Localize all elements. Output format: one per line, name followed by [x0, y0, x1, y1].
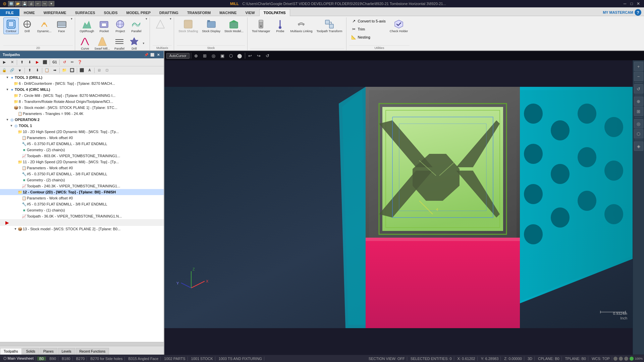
tb2-arrow[interactable]: ➡ [51, 67, 58, 74]
view-1001[interactable]: 1001 STOCK [189, 357, 215, 361]
view-b315[interactable]: B315 Angled Face [126, 357, 161, 361]
rs-plus-btn[interactable]: + [634, 62, 643, 71]
drill-3d-btn[interactable]: Drill [127, 35, 141, 50]
tab-drafting[interactable]: DRAFTING [155, 9, 183, 16]
horizontal-scrollbar[interactable] [0, 342, 164, 346]
vp-icon4[interactable]: ▣ [219, 52, 226, 59]
rs-rotate-btn[interactable]: ↺ [634, 84, 643, 94]
check-holder-btn[interactable]: Check Holder [388, 17, 410, 34]
rs-hex-btn[interactable]: ⬡ [634, 129, 643, 138]
multiaxis-placeholder[interactable] [153, 17, 168, 31]
tree-item[interactable]: ■ Geometry - (2) chain(s) [0, 177, 164, 183]
2d-dropdown[interactable]: ▼ [70, 17, 73, 20]
tree-item[interactable]: ▼ ● TOOL 3 (DRILL) [0, 74, 164, 80]
tab-surfaces[interactable]: SURFACES [71, 9, 100, 16]
tree-area[interactable]: ▼ ● TOOL 3 (DRILL) 📁 6 - Drill/Counterbo… [0, 74, 164, 342]
tb2-link[interactable]: 🔗 [8, 67, 16, 74]
tree-item[interactable]: 📁 6 - Drill/Counterbore - [WCS: Top] - [… [0, 80, 164, 86]
tool-manager-btn[interactable]: Tool Manager [250, 17, 272, 34]
tree-item[interactable]: ▼ ◎ TOOL 1 [0, 123, 164, 129]
tree-item[interactable]: ■ Geometry - (1) chain(s) [0, 207, 164, 213]
rs-diamond-btn[interactable]: ◈ [634, 141, 643, 151]
stock-model-btn[interactable]: Stock Model... [223, 17, 245, 34]
tb2-down[interactable]: ▼ [16, 67, 23, 74]
vp-redo[interactable]: ↪ [255, 52, 263, 59]
stock-shading-btn[interactable]: Stock Shading [177, 17, 200, 34]
tab-file[interactable]: FILE [0, 9, 19, 16]
tb2-select-all[interactable]: ☑ [96, 67, 103, 74]
tb2-text[interactable]: A [86, 67, 93, 74]
view-b0[interactable]: B0 [37, 357, 46, 361]
panel-tab-levels[interactable]: Levels [58, 348, 75, 355]
view-b180[interactable]: B180 [60, 357, 73, 361]
tplane[interactable]: TPLANE: B0 [563, 357, 588, 361]
drill-btn[interactable]: Drill [19, 17, 35, 34]
tree-item[interactable]: 📋 Parameters - Work offset #0 [0, 195, 164, 201]
tree-item[interactable]: 📦 9 - Stock model - [WCS: STOCK PLANE 1]… [0, 105, 164, 111]
vp-refresh[interactable]: ↺ [264, 52, 271, 59]
close-btn[interactable]: ✕ [635, 1, 641, 6]
toggle-icon[interactable]: ▼ [5, 76, 9, 79]
panel-up-btn[interactable]: ⬆ [18, 59, 25, 66]
tb2-up[interactable]: ⬆ [26, 67, 33, 74]
vp-icon5[interactable]: ⬡ [227, 52, 235, 59]
panel-verify-btn[interactable]: ✏ [68, 59, 76, 66]
tab-solids[interactable]: SOLIDS [100, 9, 122, 16]
multiaxis-linking-btn[interactable]: Multiaxis Linking [288, 17, 314, 34]
new-btn[interactable]: 🆕 [8, 1, 14, 6]
tree-item[interactable]: ▼ ◎ OPERATION 2 [0, 117, 164, 123]
view-b90[interactable]: B90 [47, 357, 58, 361]
tb2-folder[interactable]: 📁 [61, 67, 68, 74]
multiaxis-dropdown[interactable]: ▼ [169, 17, 172, 20]
rs-cross-btn[interactable]: ⊕ [634, 97, 643, 106]
tree-item[interactable]: 📁 10 - 2D High Speed (2D Dynamic Mill) -… [0, 129, 164, 135]
tree-item[interactable]: 📁 11 - 2D High Speed (2D Dynamic Mill) -… [0, 159, 164, 165]
panel-tab-toolpaths[interactable]: Toolpaths [0, 348, 22, 355]
toggle-icon[interactable]: ▼ [5, 88, 9, 91]
panel-tab-planes[interactable]: Planes [40, 348, 57, 355]
undo-btn[interactable]: ↩ [35, 1, 41, 6]
toggle-icon[interactable]: ▼ [9, 124, 13, 127]
tb2-grid[interactable]: 🔲 [68, 67, 76, 74]
panel-down-btn[interactable]: ⬇ [26, 59, 33, 66]
play-icon[interactable]: ▶ [5, 220, 9, 225]
rs-minus-btn[interactable]: − [634, 72, 643, 81]
probe-btn[interactable]: Probe [272, 17, 288, 34]
contour-btn[interactable]: Contour [3, 17, 19, 34]
main-viewsheet[interactable]: ⬡ Main Viewsheet [1, 356, 36, 361]
tree-item[interactable]: 📁 8 - Transform/Rotate Rotate About Orig… [0, 99, 164, 105]
tree-item[interactable]: 📈 Toolpath - 240.3K - VIPER_TOMBSTONE_TR… [0, 183, 164, 189]
maximize-btn[interactable]: □ [629, 1, 635, 6]
help-icon[interactable]: ? [635, 9, 641, 16]
tb2-lock[interactable]: 🔒 [1, 67, 8, 74]
tb2-filter[interactable]: 📋 [43, 67, 51, 74]
panel-regen-btn[interactable]: ↺ [61, 59, 68, 66]
toggle-icon[interactable]: ▼ [13, 227, 17, 231]
tab-transform[interactable]: TRANSFORM [183, 9, 215, 16]
vp-icon6[interactable]: ⬤ [236, 52, 244, 59]
qat-dropdown[interactable]: ▼ [48, 1, 54, 6]
tab-wireframe[interactable]: WIREFRAME [39, 9, 71, 16]
vp-undo[interactable]: ↩ [247, 52, 254, 59]
tree-item[interactable]: 📈 Toolpath - 36.0K - VIPER_TOMBSTONE_TRA… [0, 213, 164, 219]
toolpath-transform-btn[interactable]: Toolpath Transform [315, 17, 344, 34]
optirough-btn[interactable]: OptiRough [78, 17, 96, 34]
view-b270-side[interactable]: B270 for Side holes [88, 357, 125, 361]
panel-deselect-btn[interactable]: ✕ [8, 59, 16, 66]
tree-item[interactable]: ▼ ● TOOL 4 (CIRC MILL) [0, 86, 164, 93]
panel-run-btn[interactable]: ▶ [34, 59, 41, 66]
tree-item-selected[interactable]: 📁 12 - Contour (2D) - [WCS: Top] - [Tpla… [0, 189, 164, 195]
vp-icon3[interactable]: ◎ [210, 52, 217, 59]
pocket-btn[interactable]: Pocket [96, 17, 112, 34]
my-mastercam[interactable]: MY MASTERCAM ? [603, 9, 644, 16]
minimize-btn[interactable]: ─ [622, 1, 628, 6]
open-btn[interactable]: 📂 [15, 1, 21, 6]
panel-close-btn[interactable]: ✕ [156, 52, 161, 57]
tree-item[interactable]: 🔧 #5 - 0.3750 FLAT ENDMILL - 3/8 FLAT EN… [0, 171, 164, 177]
tree-item[interactable]: 📋 Parameters - Triangles = 996 - 24.4K [0, 111, 164, 117]
save-btn[interactable]: 💾 [21, 1, 28, 6]
wcs[interactable]: WCS: TOP [590, 357, 612, 361]
face-btn[interactable]: Face [54, 17, 69, 34]
panel-tab-recent[interactable]: Recent Functions [76, 348, 109, 355]
convert-5axis-btn[interactable]: ↗ Convert to 5-axis [349, 17, 387, 25]
